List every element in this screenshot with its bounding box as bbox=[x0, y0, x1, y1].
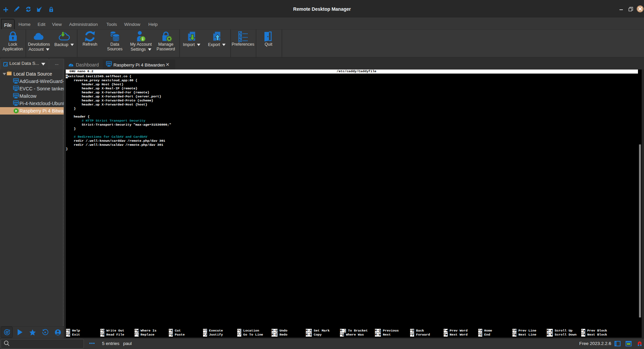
svg-text:SSH: SSH bbox=[14, 94, 18, 96]
svg-text:SSH: SSH bbox=[107, 62, 111, 64]
svg-text:SSH: SSH bbox=[14, 87, 18, 89]
svg-text:SSH: SSH bbox=[14, 79, 18, 82]
svg-text:SSH: SSH bbox=[14, 101, 18, 104]
